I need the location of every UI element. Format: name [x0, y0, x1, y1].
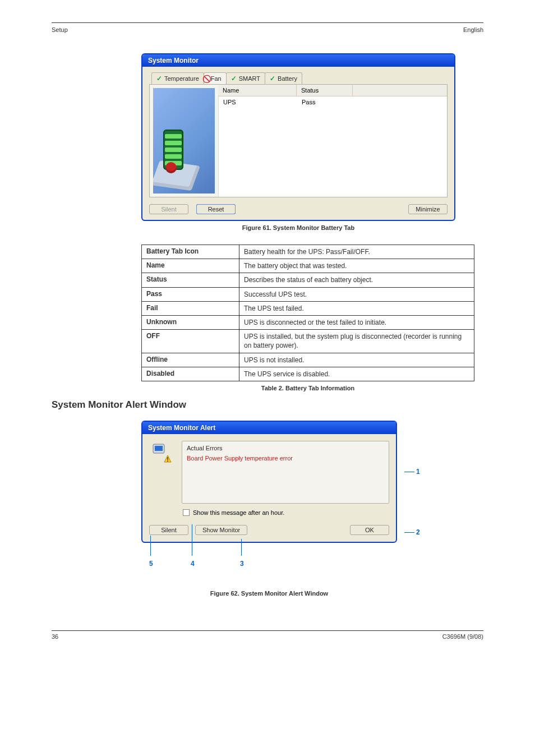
info-desc: Describes the status of each battery obj… [239, 273, 474, 287]
alert-window-title: System Monitor Alert [148, 424, 215, 432]
info-label: Battery Tab Icon [142, 245, 239, 259]
cell-status: Pass [297, 96, 353, 108]
show-after-hour-label: Show this message after an hour. [193, 509, 284, 516]
svg-rect-3 [167, 457, 168, 460]
table-row: NameThe battery object that was tested. [142, 259, 474, 273]
callout-2: 2 [403, 528, 420, 536]
table-row: OfflineUPS is not installed. [142, 353, 474, 367]
actual-errors-group: Actual Errors Board Power Supply tempera… [182, 441, 389, 504]
minimize-button[interactable]: Minimize [408, 204, 448, 214]
silent-button[interactable]: Silent [149, 204, 188, 214]
page-number: 36 [52, 633, 58, 640]
tab-battery-label: Battery [278, 75, 297, 82]
tab-smart-label: SMART [239, 75, 260, 82]
alert-ok-button[interactable]: OK [350, 525, 389, 535]
table-row: OFFUPS is installed, but the system plug… [142, 330, 474, 353]
show-after-hour-checkbox[interactable] [183, 509, 190, 516]
info-desc: The battery object that was tested. [239, 259, 474, 273]
battery-info-table: Battery Tab IconBattery health for the U… [141, 245, 474, 381]
info-label: Status [142, 273, 239, 287]
battery-illustration: BATTERY UNIT [153, 88, 215, 193]
header-right: English [463, 26, 483, 33]
tab-fan-label: Fan [211, 75, 222, 82]
system-monitor-titlebar: System Monitor [142, 54, 454, 67]
callout-5: 5 [149, 560, 153, 568]
figure-61-caption: Figure 61. System Monitor Battery Tab [141, 224, 455, 231]
svg-rect-4 [167, 460, 168, 462]
callout-1: 1 [403, 468, 420, 476]
tab-fan[interactable]: ⃠ Fan [204, 72, 227, 84]
col-header-status: Status [297, 85, 353, 96]
info-desc: The UPS service is disabled. [239, 367, 474, 381]
info-desc: UPS is not installed. [239, 353, 474, 367]
check-icon: ✓ [156, 75, 162, 82]
info-desc: UPS is installed, but the system plug is… [239, 330, 474, 353]
alert-silent-button[interactable]: Silent [149, 525, 188, 535]
tab-temperature[interactable]: ✓ Temperature [151, 72, 204, 84]
alert-titlebar: System Monitor Alert [142, 422, 396, 434]
info-label: Pass [142, 287, 239, 301]
col-header-name: Name [218, 85, 297, 96]
table-row: StatusDescribes the status of each batte… [142, 273, 474, 287]
info-desc: UPS is disconnected or the test failed t… [239, 315, 474, 329]
info-label: Disabled [142, 367, 239, 381]
alert-section-heading: System Monitor Alert Window [52, 399, 483, 411]
battery-grid-header: Name Status [218, 85, 447, 96]
info-desc: The UPS test failed. [239, 301, 474, 315]
system-monitor-title: System Monitor [148, 57, 199, 64]
info-label: Offline [142, 353, 239, 367]
table-2-caption: Table 2. Battery Tab Information [141, 385, 474, 391]
cell-name: UPS [219, 96, 297, 108]
figure-62-caption: Figure 62. System Monitor Alert Window [141, 590, 397, 597]
actual-errors-legend: Actual Errors [187, 445, 384, 451]
tab-temperature-label: Temperature [164, 75, 199, 82]
doc-id: C3696M (9/08) [442, 633, 483, 640]
table-row: PassSuccessful UPS test. [142, 287, 474, 301]
info-label: Unknown [142, 315, 239, 329]
reset-button[interactable]: Reset [196, 204, 236, 214]
battery-panel: BATTERY UNIT Name Status UPS Pass [149, 84, 448, 197]
system-monitor-window: System Monitor ✓ Temperature ⃠ Fan ✓ SMA… [141, 53, 455, 221]
tab-battery[interactable]: ✓ Battery [265, 72, 302, 84]
check-icon: ✓ [270, 75, 275, 82]
info-desc: Successful UPS test. [239, 287, 474, 301]
header-left: Setup [52, 26, 68, 33]
alert-window: System Monitor Alert Actual Errors Bo [141, 421, 397, 543]
info-label: OFF [142, 330, 239, 353]
info-label: Fail [142, 301, 239, 315]
error-text: Board Power Supply temperature error [187, 455, 384, 462]
table-row: Battery Tab IconBattery health for the U… [142, 245, 474, 259]
callout-4: 4 [191, 560, 195, 568]
tabs-bar: ✓ Temperature ⃠ Fan ✓ SMART ✓ Battery [149, 72, 448, 84]
table-row: DisabledThe UPS service is disabled. [142, 367, 474, 381]
table-row: UnknownUPS is disconnected or the test f… [142, 315, 474, 329]
info-label: Name [142, 259, 239, 273]
check-icon: ✓ [231, 75, 237, 82]
table-row: UPS Pass [219, 96, 447, 108]
warning-icon [149, 441, 175, 516]
tab-smart[interactable]: ✓ SMART [226, 72, 265, 84]
alert-show-monitor-button[interactable]: Show Monitor [195, 525, 247, 535]
svg-rect-1 [155, 446, 163, 451]
info-desc: Battery health for the UPS: Pass/Fail/OF… [239, 245, 474, 259]
callout-3: 3 [240, 560, 244, 568]
table-row: FailThe UPS test failed. [142, 301, 474, 315]
